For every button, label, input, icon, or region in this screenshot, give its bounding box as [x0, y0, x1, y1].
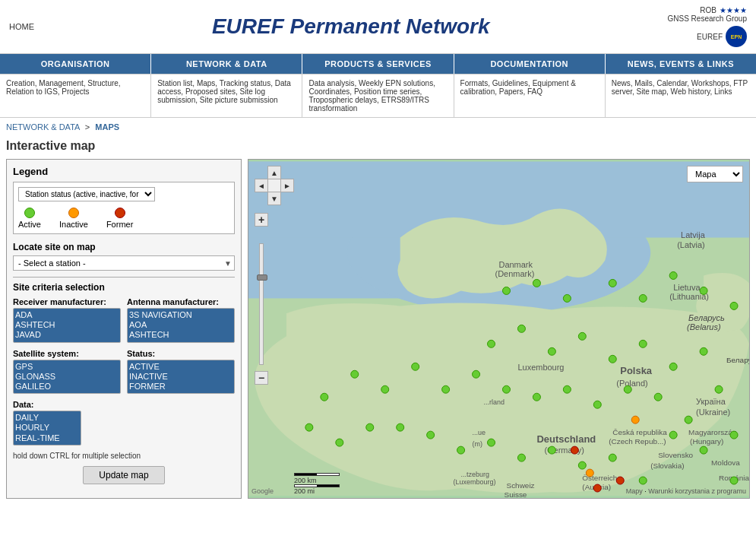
- station-dot: [488, 340, 495, 347]
- receiver-label: Receiver manufacturer:: [13, 297, 121, 306]
- station-dot: [533, 279, 540, 287]
- svg-text:Беларусь: Беларусь: [688, 313, 725, 322]
- breadcrumb-parent[interactable]: NETWORK & DATA: [6, 122, 80, 132]
- map-nav-up-button[interactable]: ▲: [267, 166, 281, 179]
- station-dot: [336, 439, 343, 446]
- nav-descriptions: Creation, Management, Structure, Relatio…: [0, 75, 756, 118]
- legend-inactive: Inactive: [59, 208, 88, 229]
- nav-desc-news: News, Mails, Calendar, Workshops, FTP se…: [606, 75, 756, 117]
- receiver-select[interactable]: ADA ASHTECH JAVAD: [13, 308, 121, 343]
- active-dot-icon: [24, 208, 35, 218]
- svg-text:...ue: ...ue: [473, 429, 486, 436]
- locate-label: Locate site on map: [13, 242, 235, 252]
- svg-text:(Slovakia): (Slovakia): [650, 461, 684, 470]
- nav-products[interactable]: PRODUCTS & SERVICES: [302, 54, 454, 74]
- nav-organisation[interactable]: ORGANISATION: [0, 54, 151, 74]
- station-dot: [427, 431, 435, 439]
- svg-text:Deutschland: Deutschland: [536, 433, 596, 445]
- euref-badge-text: EPN: [731, 34, 742, 40]
- euref-circle-icon: EPN: [726, 26, 747, 47]
- station-dot: [488, 439, 495, 446]
- map-background: Беларусь (Belarus) Polska (Poland) Deuts…: [248, 160, 749, 498]
- station-dot-inactive: [586, 469, 593, 477]
- svg-text:Polska: Polska: [620, 365, 653, 376]
- locate-section: Locate site on map - Select a station - …: [13, 242, 235, 271]
- nav-bar: ORGANISATION NETWORK & DATA PRODUCTS & S…: [0, 54, 756, 75]
- legend-status-select[interactable]: Station status (active, inactive, former…: [18, 187, 155, 201]
- maps-link[interactable]: Mapy: [626, 487, 643, 495]
- svg-text:Danmark: Danmark: [499, 260, 533, 269]
- hint-text: hold down CTRL for multiple selection: [13, 452, 235, 460]
- legend-former: Former: [106, 208, 133, 229]
- map-nav-left-button[interactable]: ◄: [255, 179, 268, 192]
- svg-text:...rland: ...rland: [484, 398, 505, 406]
- map-type-select[interactable]: Mapa Satellite Hybrid: [687, 166, 743, 182]
- map-container: Беларусь (Belarus) Polska (Poland) Deuts…: [248, 159, 750, 499]
- header-right: ROB ★★★★ GNSS Research Group EUREF EPN: [668, 6, 748, 47]
- station-dot: [639, 340, 647, 347]
- main-content: Legend Station status (active, inactive,…: [0, 159, 756, 505]
- update-map-button[interactable]: Update map: [83, 466, 164, 484]
- legend-box: Station status (active, inactive, former…: [13, 182, 235, 234]
- station-dot: [669, 271, 677, 279]
- station-dot: [669, 363, 677, 370]
- antenna-select[interactable]: 3S NAVIGATION AOA ASHTECH: [127, 308, 235, 343]
- breadcrumb-sep: >: [85, 122, 90, 132]
- station-dot: [654, 393, 662, 401]
- criteria-grid: Receiver manufacturer: ADA ASHTECH JAVAD…: [13, 297, 235, 343]
- station-dot: [502, 385, 510, 393]
- svg-text:Magyarország: Magyarország: [688, 428, 736, 436]
- terms-link[interactable]: Warunki korzystania z programu: [648, 487, 746, 495]
- nav-desc-documentation: Formats, Guidelines, Equipment & calibra…: [454, 75, 606, 117]
- station-dot: [473, 370, 480, 378]
- station-dot-former: [616, 477, 624, 484]
- rob-label: ROB: [700, 6, 716, 14]
- breadcrumb-current: MAPS: [95, 122, 119, 132]
- station-dot: [639, 294, 647, 302]
- station-dot: [609, 454, 616, 461]
- station-dot: [639, 477, 647, 484]
- map-svg: Беларусь (Belarus) Polska (Poland) Deuts…: [248, 160, 749, 498]
- active-label: Active: [18, 220, 41, 229]
- satellite-label: Satellite system:: [13, 349, 121, 358]
- map-type-control: Mapa Satellite Hybrid: [687, 166, 743, 182]
- zoom-in-button[interactable]: +: [255, 213, 268, 227]
- data-select[interactable]: DAILY HOURLY REAL-TIME: [13, 411, 81, 446]
- station-select[interactable]: - Select a station -: [13, 255, 235, 271]
- svg-text:Luxembourg: Luxembourg: [517, 363, 564, 372]
- nav-desc-organisation: Creation, Management, Structure, Relatio…: [0, 75, 151, 117]
- nav-news[interactable]: NEWS, EVENTS & LINKS: [606, 54, 756, 74]
- nav-desc-network: Station list, Maps, Tracking status, Dat…: [151, 75, 302, 117]
- svg-text:Česká republika: Česká republika: [612, 428, 667, 436]
- criteria-section: Site criteria selection Receiver manufac…: [13, 277, 235, 484]
- station-dot: [700, 446, 707, 454]
- station-dot: [685, 416, 692, 423]
- zoom-controls: +: [255, 213, 268, 227]
- nav-documentation[interactable]: DOCUMENTATION: [454, 54, 606, 74]
- antenna-col: Antenna manufacturer: 3S NAVIGATION AOA …: [127, 297, 235, 343]
- map-nav-right-button[interactable]: ►: [280, 179, 294, 192]
- svg-text:(Poland): (Poland): [616, 379, 647, 388]
- zoom-handle[interactable]: [257, 274, 267, 281]
- euref-text: EUREF: [697, 33, 723, 41]
- status-select[interactable]: ACTIVE INACTIVE FORMER: [127, 360, 235, 395]
- station-dot: [397, 423, 404, 431]
- map-nav-down-button[interactable]: ▼: [267, 192, 281, 205]
- breadcrumb: NETWORK & DATA > MAPS: [0, 118, 756, 136]
- station-dot: [669, 431, 677, 439]
- svg-text:(Ukraine): (Ukraine): [696, 408, 730, 417]
- zoom-out-button[interactable]: −: [255, 371, 268, 385]
- zoom-slider[interactable]: [259, 243, 264, 365]
- home-link[interactable]: HOME: [9, 22, 34, 31]
- station-dot: [442, 385, 450, 393]
- svg-text:Slo...nija: Slo...nija: [499, 497, 525, 498]
- satellite-select[interactable]: GPS GLONASS GALILEO: [13, 360, 121, 395]
- station-dot: [517, 454, 525, 461]
- station-dot: [578, 332, 586, 340]
- svg-text:Moldova: Moldova: [711, 458, 740, 467]
- station-dot: [593, 401, 601, 408]
- svg-text:Slovensko: Slovensko: [658, 451, 693, 459]
- scale-label-mi: 200 mi: [294, 487, 315, 495]
- nav-network-data[interactable]: NETWORK & DATA: [151, 54, 302, 74]
- header: HOME EUREF Permanent Network ROB ★★★★ GN…: [0, 0, 756, 54]
